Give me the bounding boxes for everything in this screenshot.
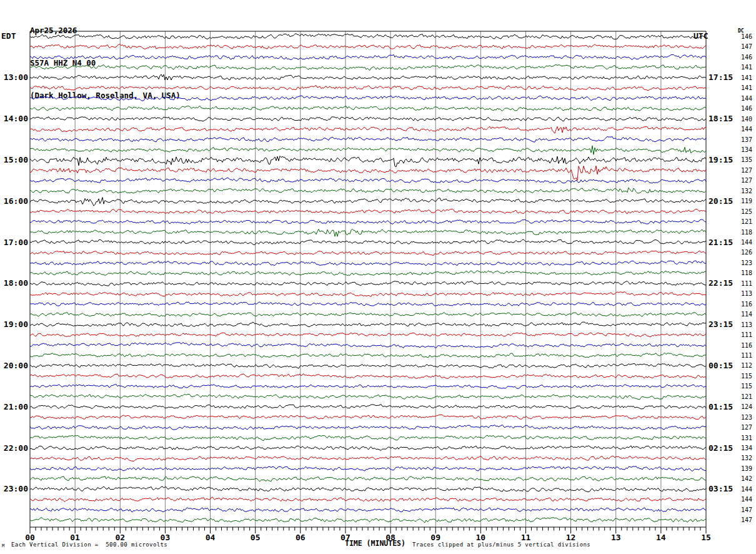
trace-row-1415-red <box>30 126 706 133</box>
dc-value: 135 <box>741 156 752 163</box>
utc-hour-2315: 23:15 <box>709 320 746 329</box>
trace-row-1930-blue <box>30 343 706 348</box>
utc-hour-2215: 22:15 <box>709 279 746 288</box>
trace-row-1730-blue <box>30 261 706 266</box>
minute-label-02: 02 <box>109 533 131 542</box>
trace-row-1900-black <box>30 322 706 327</box>
trace-row-2100-black <box>30 405 706 409</box>
dc-value: 131 <box>741 435 752 441</box>
dc-value: 113 <box>741 290 752 297</box>
utc-hour-0015: 00:15 <box>709 361 746 370</box>
dc-value: 118 <box>741 229 752 236</box>
dc-value: 144 <box>741 126 752 133</box>
minute-label-00: 00 <box>19 533 41 542</box>
trace-row-1300-black <box>30 74 706 80</box>
dc-value: 137 <box>741 136 752 143</box>
trace-row-1630-blue <box>30 219 706 224</box>
utc-hour-1815: 18:15 <box>709 114 746 123</box>
edt-hour-2200: 22:00 <box>0 444 28 453</box>
dc-value: 134 <box>741 445 752 451</box>
trace-row-1500-black <box>30 156 706 167</box>
utc-hour-1715: 17:15 <box>709 73 746 82</box>
trace-row-1515-red <box>30 166 706 181</box>
dc-value: 146 <box>741 54 752 61</box>
trace-row-1800-black <box>30 281 706 286</box>
dc-value: 141 <box>741 64 752 71</box>
dc-value: 147 <box>741 516 752 523</box>
dc-value: 146 <box>741 33 752 40</box>
trace-row-1845-green <box>30 313 706 317</box>
trace-row-2300-black <box>30 486 706 492</box>
minute-label-11: 11 <box>514 533 537 542</box>
edt-hour-2300: 23:00 <box>0 485 28 493</box>
trace-row-1645-green <box>30 229 706 237</box>
seismogram-plot <box>0 0 756 554</box>
dc-value: 121 <box>741 218 752 225</box>
minute-label-09: 09 <box>424 533 447 542</box>
trace-row-1400-black <box>30 117 706 121</box>
trace-row-2215-red <box>30 456 706 461</box>
utc-hour-1915: 19:15 <box>709 156 746 164</box>
dc-value: 144 <box>741 239 752 246</box>
trace-row-2145-green <box>30 435 706 441</box>
minute-label-12: 12 <box>560 533 582 542</box>
edt-hour-1400: 14:00 <box>0 114 28 123</box>
dc-value: 115 <box>741 373 752 380</box>
edt-hour-1800: 18:00 <box>0 279 28 288</box>
edt-hour-1300: 13:00 <box>0 73 28 82</box>
trace-row-1615-red <box>30 209 706 214</box>
trace-row-1830-blue <box>30 302 706 306</box>
trace-row-1245-green <box>30 65 706 71</box>
trace-row-1545-green <box>30 188 706 193</box>
trace-row-1445-green <box>30 146 706 154</box>
dc-value: 115 <box>741 383 752 390</box>
minute-label-04: 04 <box>199 533 222 542</box>
trace-row-1745-green <box>30 271 706 276</box>
dc-value: 111 <box>741 280 752 287</box>
trace-row-1315-red <box>30 86 706 91</box>
utc-hour-0215: 02:15 <box>709 444 746 453</box>
trace-row-1430-blue <box>30 137 706 143</box>
dc-value: 132 <box>741 455 752 461</box>
dc-value: 127 <box>741 167 752 174</box>
utc-hour-2115: 21:15 <box>709 238 746 247</box>
dc-value: 144 <box>741 496 752 503</box>
dc-value: 121 <box>741 393 752 400</box>
trace-row-1230-blue <box>30 54 706 59</box>
trace-row-2030-blue <box>30 385 706 389</box>
trace-row-2315-red <box>30 497 706 502</box>
edt-hour-1700: 17:00 <box>0 238 28 247</box>
trace-row-1530-blue <box>30 178 706 183</box>
dc-value: 116 <box>741 301 752 308</box>
dc-value: 119 <box>741 198 752 204</box>
dc-value: 111 <box>741 352 752 359</box>
trace-row-2130-blue <box>30 425 706 430</box>
trace-row-1200-black <box>30 34 706 39</box>
dc-value: 141 <box>741 74 752 81</box>
dc-value: 147 <box>741 43 752 50</box>
edt-hour-2100: 21:00 <box>0 403 28 411</box>
scale-note: Each Vertical Division = 500.00 microvol… <box>11 541 167 548</box>
utc-hour-0315: 03:15 <box>709 485 746 493</box>
minute-label-15: 15 <box>695 533 717 542</box>
dc-value: 118 <box>741 269 752 276</box>
minute-label-14: 14 <box>650 533 672 542</box>
trace-row-2115-red <box>30 415 706 419</box>
trace-row-1915-red <box>30 333 706 337</box>
dc-value: 140 <box>741 116 752 123</box>
dc-value: 113 <box>741 321 752 328</box>
watermark-glyph: M <box>2 543 4 548</box>
trace-row-2245-green <box>30 476 706 481</box>
dc-value: 146 <box>741 105 752 112</box>
trace-row-2015-red <box>30 374 706 379</box>
dc-value: 124 <box>741 403 752 410</box>
trace-row-1215-red <box>30 44 706 49</box>
utc-hour-0115: 01:15 <box>709 403 746 411</box>
trace-row-2000-black <box>30 364 706 369</box>
edt-hour-2000: 20:00 <box>0 361 28 370</box>
dc-value: 123 <box>741 259 752 266</box>
dc-value: 144 <box>741 486 752 493</box>
dc-value: 112 <box>741 362 752 369</box>
dc-value: 125 <box>741 208 752 215</box>
trace-row-2200-black <box>30 446 706 451</box>
